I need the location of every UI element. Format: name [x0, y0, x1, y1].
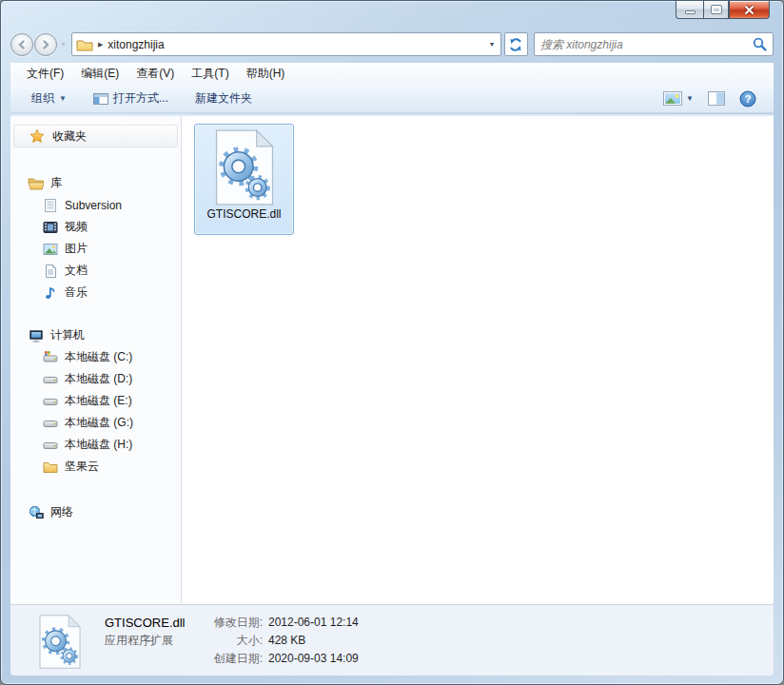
sidebar-item-libraries[interactable]: 库	[10, 172, 181, 194]
sidebar-item-disk-h[interactable]: 本地磁盘 (H:)	[10, 434, 181, 456]
minimize-icon	[685, 10, 696, 14]
breadcrumb-arrow-icon: ▶	[98, 41, 103, 49]
sidebar-item-disk-d[interactable]: 本地磁盘 (D:)	[10, 368, 181, 390]
disk-h-label: 本地磁盘 (H:)	[65, 437, 132, 453]
sidebar-item-subversion[interactable]: Subversion	[10, 194, 181, 216]
new-folder-label: 新建文件夹	[195, 90, 252, 107]
menu-edit[interactable]: 编辑(E)	[76, 63, 124, 85]
size-label: 大小:	[192, 632, 263, 650]
details-pane: GTISCORE.dll 修改日期: 2012-06-01 12:14 应用程序…	[10, 604, 774, 675]
library-icon	[42, 198, 58, 213]
forward-icon	[39, 38, 52, 51]
created-date-value: 2020-09-03 14:09	[268, 650, 359, 668]
libraries-label: 库	[50, 175, 62, 191]
sidebar-item-disk-e[interactable]: 本地磁盘 (E:)	[10, 390, 181, 412]
sidebar-item-computer[interactable]: 计算机	[10, 324, 181, 346]
documents-label: 文档	[65, 263, 88, 279]
organize-button[interactable]: 组织 ▼	[31, 90, 67, 107]
open-with-icon	[93, 92, 108, 106]
search-input[interactable]	[540, 38, 753, 51]
close-button[interactable]	[729, 1, 770, 19]
search-box	[534, 32, 774, 56]
change-view-button[interactable]: ▼	[663, 91, 694, 106]
breadcrumb-folder[interactable]: xitongzhijia	[108, 38, 483, 51]
drive-icon	[42, 394, 58, 409]
organize-caret-icon: ▼	[59, 94, 67, 103]
network-icon	[28, 505, 44, 520]
details-file-type: 应用程序扩展	[105, 632, 192, 650]
navigation-pane: 收藏夹 库 Subversion 视频	[10, 116, 182, 604]
documents-icon	[42, 264, 58, 279]
nutstore-label: 坚果云	[65, 459, 99, 475]
network-label: 网络	[50, 504, 73, 520]
command-toolbar: 组织 ▼ 打开方式... 新建文件夹 ▼ ?	[10, 85, 774, 113]
sidebar-item-disk-c[interactable]: 本地磁盘 (C:)	[10, 346, 181, 368]
minimize-button[interactable]	[676, 1, 703, 19]
maximize-icon	[712, 6, 721, 13]
sidebar-item-nutstore[interactable]: 坚果云	[10, 456, 181, 478]
system-drive-icon	[42, 350, 58, 365]
file-item-selected[interactable]: GTISCORE.dll	[194, 124, 294, 235]
disk-g-label: 本地磁盘 (G:)	[65, 415, 133, 431]
open-with-button[interactable]: 打开方式...	[93, 90, 168, 107]
organize-label: 组织	[31, 90, 54, 107]
navigation-bar: ▼ ▶ xitongzhijia ▼	[10, 31, 774, 57]
views-caret-icon: ▼	[686, 94, 694, 103]
music-icon	[42, 285, 58, 301]
sidebar-item-disk-g[interactable]: 本地磁盘 (G:)	[10, 412, 181, 434]
sidebar-item-videos[interactable]: 视频	[10, 216, 181, 238]
menu-file[interactable]: 文件(F)	[22, 63, 69, 85]
sidebar-item-favorites[interactable]: 收藏夹	[13, 125, 178, 147]
toolbar-right-icons: ▼ ?	[663, 90, 774, 108]
menu-view[interactable]: 查看(V)	[131, 63, 179, 85]
search-icon[interactable]	[753, 37, 767, 51]
menu-bar: 文件(F) 编辑(E) 查看(V) 工具(T) 帮助(H)	[10, 63, 774, 85]
drive-icon	[42, 438, 58, 453]
refresh-button[interactable]	[504, 32, 528, 56]
computer-label: 计算机	[50, 327, 85, 343]
sidebar-item-music[interactable]: 音乐	[10, 282, 181, 303]
favorites-star-icon	[29, 128, 45, 144]
svg-text:?: ?	[745, 93, 752, 105]
back-icon	[15, 38, 29, 51]
file-list[interactable]: GTISCORE.dll	[182, 116, 774, 604]
details-text: GTISCORE.dll 修改日期: 2012-06-01 12:14 应用程序…	[105, 613, 359, 668]
pictures-icon	[42, 242, 58, 257]
videos-label: 视频	[65, 219, 88, 235]
recent-pages-chevron-icon[interactable]: ▼	[60, 41, 67, 48]
window-controls	[676, 1, 770, 19]
videos-icon	[42, 220, 58, 235]
close-icon	[743, 5, 755, 15]
sidebar-item-documents[interactable]: 文档	[10, 260, 181, 282]
back-button[interactable]	[10, 33, 33, 56]
address-dropdown-icon[interactable]: ▼	[483, 33, 500, 55]
file-name-label: GTISCORE.dll	[206, 207, 281, 221]
menu-tools[interactable]: 工具(T)	[186, 63, 233, 85]
disk-e-label: 本地磁盘 (E:)	[65, 393, 132, 409]
views-icon	[663, 91, 682, 106]
menu-help[interactable]: 帮助(H)	[242, 63, 290, 85]
favorites-label: 收藏夹	[52, 128, 87, 145]
modified-date-value: 2012-06-01 12:14	[268, 614, 359, 632]
sidebar-item-pictures[interactable]: 图片	[10, 238, 181, 260]
content-area: 收藏夹 库 Subversion 视频	[10, 114, 774, 604]
preview-pane-icon[interactable]	[708, 91, 725, 106]
disk-c-label: 本地磁盘 (C:)	[65, 349, 132, 365]
sidebar-item-network[interactable]: 网络	[10, 501, 181, 523]
modified-date-label: 修改日期:	[192, 614, 263, 632]
help-icon[interactable]: ?	[739, 90, 756, 108]
address-bar[interactable]: ▶ xitongzhijia ▼	[71, 32, 501, 56]
new-folder-button[interactable]: 新建文件夹	[195, 90, 252, 107]
drive-icon	[42, 372, 58, 387]
open-with-label: 打开方式...	[113, 90, 168, 107]
dll-file-icon	[212, 129, 277, 206]
details-file-name: GTISCORE.dll	[105, 614, 192, 632]
forward-button[interactable]	[34, 33, 57, 56]
maximize-button[interactable]	[703, 1, 729, 19]
dll-file-icon	[37, 615, 83, 669]
computer-icon	[28, 328, 44, 343]
subversion-label: Subversion	[65, 199, 122, 212]
drive-icon	[42, 416, 58, 431]
pictures-label: 图片	[65, 241, 88, 257]
folder-icon	[76, 38, 93, 51]
